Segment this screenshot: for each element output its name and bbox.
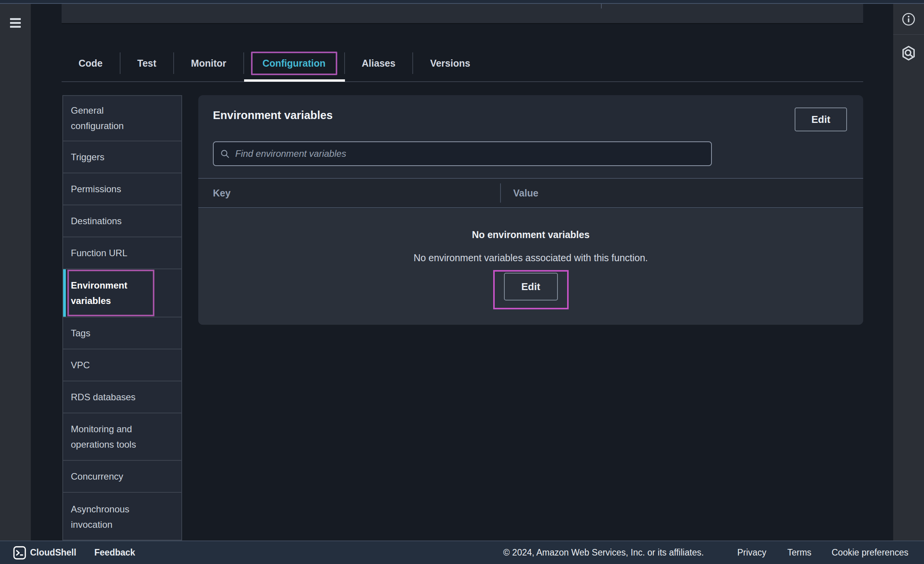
tab-row-border (62, 81, 863, 82)
function-tabs: Code Test Monitor Configuration Aliases … (62, 44, 487, 82)
nav-item-label: Concurrency (71, 469, 123, 484)
tab-test[interactable]: Test (121, 58, 174, 69)
panel-title: Environment variables (213, 109, 333, 122)
privacy-link[interactable]: Privacy (737, 541, 766, 564)
footer-bar: CloudShell Feedback © 2024, Amazon Web S… (0, 540, 924, 564)
nav-item-general-configuration[interactable]: General configuration (63, 96, 181, 141)
nav-item-label: General configuration (71, 103, 124, 134)
table-header: Key Value (198, 178, 863, 208)
empty-state-title: No environment variables (198, 229, 863, 240)
amazon-q-icon[interactable] (893, 38, 924, 69)
nav-item-label: Monitoring and operations tools (71, 421, 136, 452)
nav-item-tags[interactable]: Tags (63, 317, 181, 349)
top-cutoff-panel-divider (601, 4, 602, 8)
nav-item-label: Tags (71, 326, 90, 341)
nav-item-label: Triggers (71, 149, 104, 165)
target-annotation-box: Configuration (251, 52, 337, 75)
active-tab-underline (244, 79, 345, 82)
column-divider (500, 183, 501, 203)
selected-indicator-bar (63, 269, 66, 317)
nav-item-function-url[interactable]: Function URL (63, 237, 181, 269)
tab-configuration-label: Configuration (263, 58, 326, 69)
nav-item-label: Function URL (71, 245, 127, 261)
tab-versions[interactable]: Versions (413, 58, 487, 69)
nav-item-monitoring-and-operations-tools[interactable]: Monitoring and operations tools (63, 413, 181, 461)
nav-item-rds-databases[interactable]: RDS databases (63, 381, 181, 413)
tab-monitor[interactable]: Monitor (174, 58, 243, 69)
empty-state-description: No environment variables associated with… (198, 252, 863, 264)
nav-item-label: VPC (71, 358, 90, 373)
copyright-text: © 2024, Amazon Web Services, Inc. or its… (503, 541, 704, 564)
nav-item-asynchronous-invocation[interactable]: Asynchronous invocation (63, 493, 181, 540)
feedback-button[interactable]: Feedback (94, 541, 135, 564)
table-empty-state: No environment variables No environment … (198, 209, 863, 325)
nav-item-environment-variables[interactable]: Environment variables (63, 269, 181, 317)
search-box[interactable] (213, 141, 712, 166)
environment-variables-panel: Environment variables Edit Key Value No … (198, 95, 863, 325)
hamburger-menu-icon[interactable] (10, 18, 21, 28)
nav-item-permissions[interactable]: Permissions (63, 173, 181, 205)
configuration-nav: General configuration Triggers Permissio… (62, 95, 182, 540)
column-header-key: Key (213, 179, 231, 207)
search-input[interactable] (235, 148, 705, 159)
column-header-value: Value (513, 179, 538, 207)
nav-item-label: Destinations (71, 213, 122, 229)
left-rail (0, 4, 31, 540)
cloudshell-button[interactable]: CloudShell (30, 541, 76, 564)
edit-button[interactable]: Edit (795, 107, 847, 131)
right-rail (893, 4, 924, 540)
nav-item-label: Asynchronous invocation (71, 502, 129, 532)
nav-item-concurrency[interactable]: Concurrency (63, 461, 181, 493)
cloudshell-icon[interactable] (13, 541, 26, 564)
nav-item-destinations[interactable]: Destinations (63, 205, 181, 237)
search-icon (220, 149, 230, 159)
info-icon[interactable] (893, 4, 924, 35)
top-cutoff-panel (62, 4, 863, 23)
nav-item-vpc[interactable]: VPC (63, 349, 181, 381)
top-nav-strip (0, 0, 924, 4)
tab-aliases[interactable]: Aliases (345, 58, 413, 69)
tab-code[interactable]: Code (62, 58, 120, 69)
nav-item-label: Environment variables (71, 278, 127, 309)
empty-state-edit-button[interactable]: Edit (504, 273, 558, 300)
terms-link[interactable]: Terms (787, 541, 812, 564)
nav-item-label: RDS databases (71, 389, 136, 405)
nav-item-triggers[interactable]: Triggers (63, 141, 181, 173)
cookie-preferences-link[interactable]: Cookie preferences (832, 541, 908, 564)
nav-item-label: Permissions (71, 181, 121, 197)
tab-configuration[interactable]: Configuration (244, 52, 344, 75)
aws-lambda-configuration-page: { "accent_colors": { "active_tab_cyan": … (0, 0, 924, 564)
rail-divider (893, 34, 924, 35)
